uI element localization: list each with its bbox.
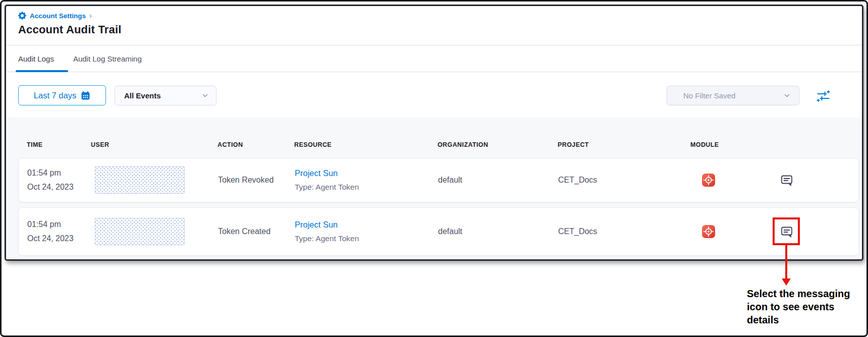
column-header-time: TIME xyxy=(27,141,42,148)
chaos-target-icon xyxy=(701,173,716,187)
messaging-icon[interactable] xyxy=(780,173,794,187)
chaos-target-icon xyxy=(701,224,716,239)
chevron-down-icon xyxy=(783,92,791,99)
header-divider xyxy=(6,45,862,45)
column-header-project: PROJECT xyxy=(558,141,589,148)
breadcrumb[interactable]: Account Settings › xyxy=(18,11,92,21)
organization-cell: default xyxy=(438,158,462,202)
project-label: CET_Docs xyxy=(558,175,597,185)
project-label: CET_Docs xyxy=(558,227,597,237)
tabs-divider xyxy=(6,72,862,72)
action-label: Token Created xyxy=(218,227,270,237)
action-cell: Token Revoked xyxy=(218,158,274,202)
user-redacted-box xyxy=(95,166,185,194)
user-redacted-box xyxy=(95,218,185,245)
date-range-label: Last 7 days xyxy=(34,91,76,100)
project-cell: CET_Docs xyxy=(558,158,597,202)
organization-cell: default xyxy=(438,208,462,255)
filter-sliders-icon xyxy=(817,89,830,103)
breadcrumb-separator: › xyxy=(89,11,92,20)
column-header-module: MODULE xyxy=(690,141,719,148)
events-filter-dropdown[interactable]: All Events xyxy=(115,86,216,105)
organization-label: default xyxy=(438,227,462,237)
table-row: 01:54 pm Oct 24, 2023 Token Revoked Proj… xyxy=(18,158,859,202)
time-cell: 01:54 pm Oct 24, 2023 xyxy=(27,158,74,202)
breadcrumb-account-settings-link[interactable]: Account Settings xyxy=(30,12,86,20)
annotation-arrow-head xyxy=(782,278,791,286)
resource-cell: Project Sun Type: Agent Token xyxy=(295,208,359,255)
column-header-organization: ORGANIZATION xyxy=(438,141,488,148)
column-header-user: USER xyxy=(91,141,109,148)
project-cell: CET_Docs xyxy=(558,208,597,255)
tab-audit-logs[interactable]: Audit Logs xyxy=(18,54,54,63)
resource-type: Type: Agent Token xyxy=(295,182,359,192)
annotation-caption-line: icon to see events xyxy=(747,300,865,313)
event-date: Oct 24, 2023 xyxy=(27,182,74,192)
events-filter-value: All Events xyxy=(124,91,201,100)
annotation-caption: Select the messaging icon to see events … xyxy=(747,287,865,326)
screenshot-canvas: Account Settings › Account Audit Trail A… xyxy=(0,0,868,337)
gear-icon xyxy=(18,12,26,20)
resource-link[interactable]: Project Sun xyxy=(295,168,359,178)
calendar-icon xyxy=(81,91,90,100)
annotation-highlight-box xyxy=(773,217,800,245)
resource-link[interactable]: Project Sun xyxy=(295,219,359,230)
annotation-arrow-line xyxy=(785,245,787,278)
event-time: 01:54 pm xyxy=(27,219,74,230)
action-cell: Token Created xyxy=(218,208,270,255)
column-header-action: ACTION xyxy=(218,141,243,148)
saved-filter-dropdown[interactable]: No Filter Saved xyxy=(667,86,799,105)
chevron-down-icon xyxy=(201,92,209,99)
active-tab-indicator xyxy=(16,70,68,72)
annotation-caption-line: details xyxy=(747,313,865,326)
table-row: 01:54 pm Oct 24, 2023 Token Created Proj… xyxy=(18,207,859,256)
event-time: 01:54 pm xyxy=(27,168,74,178)
date-range-button[interactable]: Last 7 days xyxy=(18,85,106,105)
resource-cell: Project Sun Type: Agent Token xyxy=(295,158,359,202)
column-header-resource: RESOURCE xyxy=(294,141,332,148)
table-header-row: TIME USER ACTION RESOURCE ORGANIZATION P… xyxy=(6,141,862,151)
action-label: Token Revoked xyxy=(218,175,274,185)
saved-filter-value: No Filter Saved xyxy=(683,91,783,100)
tab-audit-log-streaming[interactable]: Audit Log Streaming xyxy=(73,54,142,63)
filter-settings-button[interactable] xyxy=(815,88,831,104)
organization-label: default xyxy=(438,175,462,185)
page-title: Account Audit Trail xyxy=(18,23,122,36)
annotation-caption-line: Select the messaging xyxy=(747,287,865,300)
audit-table: TIME USER ACTION RESOURCE ORGANIZATION P… xyxy=(6,118,862,259)
event-date: Oct 24, 2023 xyxy=(27,234,74,244)
tab-bar: Audit Logs Audit Log Streaming xyxy=(18,54,142,63)
app-window: Account Settings › Account Audit Trail A… xyxy=(5,5,863,261)
resource-type: Type: Agent Token xyxy=(295,234,359,244)
time-cell: 01:54 pm Oct 24, 2023 xyxy=(27,208,74,255)
